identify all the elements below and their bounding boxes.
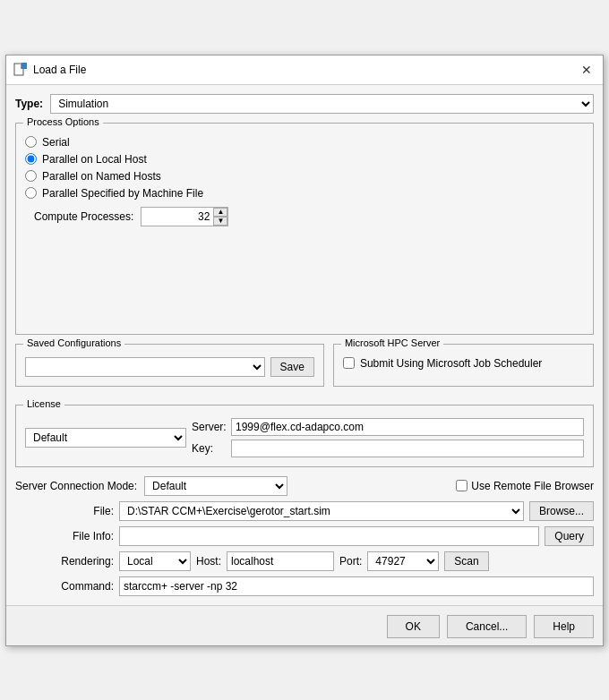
command-label: Command: [15,580,114,593]
spin-up-button[interactable]: ▲ [213,208,227,217]
radio-parallel-local-label: Parallel on Local Host [42,153,147,166]
load-file-dialog: Load a File ✕ Type: Simulation Process O… [5,55,604,646]
radio-parallel-named-input[interactable] [25,170,37,182]
scan-button[interactable]: Scan [444,551,488,571]
saved-config-group: Saved Configurations Save [15,344,324,387]
server-conn-row: Server Connection Mode: Default Use Remo… [15,476,594,496]
close-button[interactable]: ✕ [578,61,596,79]
port-select[interactable]: 47927 [367,551,439,571]
process-options-group: Process Options Serial Parallel on Local… [15,123,594,335]
radio-parallel-named-label: Parallel on Named Hosts [42,170,161,183]
config-select[interactable] [25,357,265,377]
rendering-row: Rendering: Local Host: Port: 47927 Scan [15,551,594,571]
remote-file-browser-checkbox[interactable] [456,480,467,491]
config-row: Save [25,352,314,377]
host-input[interactable] [227,551,334,571]
compute-row: Compute Processes: 32 ▲ ▼ [25,207,584,226]
radio-parallel-machine: Parallel Specified by Machine File [25,187,584,200]
port-label: Port: [339,555,362,568]
radio-parallel-local: Parallel on Local Host [25,153,584,166]
file-select[interactable]: D:\STAR CCM+\Exercise\gerotor_start.sim [119,501,524,521]
type-row: Type: Simulation [15,94,594,114]
server-row: Server: [192,418,584,436]
spin-buttons: ▲ ▼ [213,208,227,226]
dialog-title: Load a File [33,64,572,76]
dialog-icon [13,63,28,77]
license-inner: Default Server: Key: [25,413,584,457]
hpc-checkbox-label: Submit Using Microsoft Job Scheduler [360,357,542,370]
title-bar: Load a File ✕ [6,55,603,85]
server-key-col: Server: Key: [192,418,584,457]
hpc-title: Microsoft HPC Server [341,337,443,348]
save-button[interactable]: Save [270,357,314,377]
file-label: File: [15,505,114,517]
server-input[interactable] [231,418,584,436]
rendering-label: Rendering: [15,555,114,568]
file-info-row: File Info: Query [15,526,594,546]
license-title: License [23,398,64,409]
compute-label: Compute Processes: [34,210,133,223]
compute-spin: 32 ▲ ▼ [141,207,228,226]
spin-down-button[interactable]: ▼ [213,217,227,226]
rendering-select[interactable]: Local [119,551,191,571]
file-info-label: File Info: [15,530,114,542]
command-row: Command: [15,576,594,596]
server-conn-label: Server Connection Mode: [15,480,137,492]
server-conn-select[interactable]: Default [144,476,287,496]
help-button[interactable]: Help [534,615,594,638]
key-row: Key: [192,440,584,457]
key-label: Key: [192,442,227,455]
cancel-button[interactable]: Cancel... [447,615,527,638]
file-row: File: D:\STAR CCM+\Exercise\gerotor_star… [15,501,594,521]
hpc-group: Microsoft HPC Server Submit Using Micros… [333,344,594,387]
radio-parallel-local-input[interactable] [25,153,37,165]
host-label: Host: [196,555,221,568]
radio-serial-label: Serial [42,136,70,149]
radio-parallel-named: Parallel on Named Hosts [25,170,584,183]
remote-file-browser-label: Use Remote File Browser [471,480,594,492]
file-input-row: D:\STAR CCM+\Exercise\gerotor_start.sim … [119,501,594,521]
hpc-inner: Submit Using Microsoft Job Scheduler [343,352,584,370]
radio-parallel-machine-input[interactable] [25,187,37,199]
remote-cb-row: Use Remote File Browser [456,480,594,492]
query-button[interactable]: Query [545,526,594,546]
file-info-input[interactable] [119,526,539,546]
two-col-row: Saved Configurations Save Microsoft HPC … [15,344,594,396]
process-options-title: Process Options [23,116,103,127]
hpc-checkbox[interactable] [343,357,355,369]
ok-button[interactable]: OK [387,615,440,638]
key-input[interactable] [231,440,584,457]
radio-parallel-machine-label: Parallel Specified by Machine File [42,187,203,200]
server-label: Server: [192,421,227,433]
radio-serial: Serial [25,136,584,149]
type-label: Type: [15,98,43,110]
radio-serial-input[interactable] [25,136,37,148]
saved-config-title: Saved Configurations [23,337,124,348]
rendering-inner: Local Host: Port: 47927 Scan [119,551,594,571]
spacer [25,226,584,325]
command-input[interactable] [119,576,594,596]
license-group: License Default Server: Key: [15,405,594,467]
browse-button[interactable]: Browse... [529,501,594,521]
type-select[interactable]: Simulation [50,94,594,114]
bottom-buttons: OK Cancel... Help [6,605,603,645]
form-rows: File: D:\STAR CCM+\Exercise\gerotor_star… [15,501,594,596]
svg-marker-2 [21,63,27,69]
compute-input[interactable]: 32 [142,208,213,226]
license-select[interactable]: Default [25,428,186,448]
